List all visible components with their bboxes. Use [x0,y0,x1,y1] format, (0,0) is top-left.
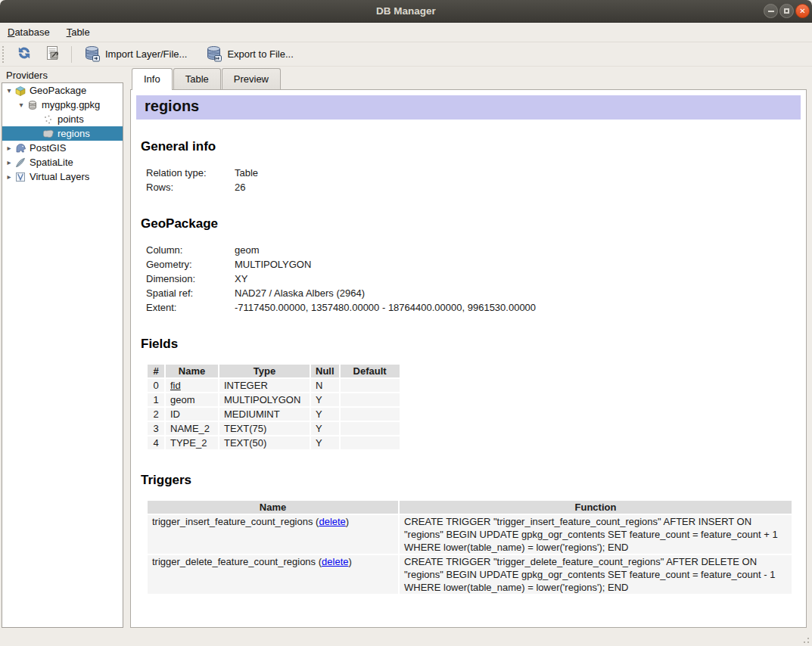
cell-null: Y [311,408,339,421]
column-header: Null [311,365,339,377]
minimize-icon [768,11,774,12]
maximize-icon [784,8,789,14]
expander-closed-icon[interactable]: ▸ [5,158,14,166]
import-database-icon [83,45,101,64]
table-row: trigger_insert_feature_count_regions (de… [148,515,792,554]
polygon-layer-icon [42,129,55,138]
table-row: 2 ID MEDIUMINT Y [148,408,400,421]
status-bar [0,629,812,646]
menu-database[interactable]: Database [8,26,50,38]
column-header: Name [166,365,218,377]
fields-heading: Fields [141,337,801,352]
tree-item-label: regions [55,128,90,139]
info-label: Extent: [146,300,235,315]
info-value: -7117450.00000, 1357480.00000 - 18764400… [235,300,536,315]
close-icon: ✕ [799,8,805,15]
cell-name: NAME_2 [166,422,218,435]
cell-default [341,379,400,392]
cell-type: MULTIPOLYGON [219,393,310,406]
cell-default [341,436,400,449]
tree-item-mygpkg[interactable]: ▾ mygpkg.gpkg [2,98,123,112]
tree-item-geopackage[interactable]: ▾ GeoPackage [2,83,123,98]
general-info-heading: General info [141,139,801,154]
trigger-name-cell: trigger_insert_feature_count_regions (de… [148,515,398,554]
cell-index: 0 [148,379,164,392]
maximize-button[interactable] [779,4,794,18]
tab-preview[interactable]: Preview [222,68,281,89]
export-file-button[interactable]: Export to File... [201,42,297,67]
cell-index: 4 [148,436,164,449]
import-layer-button[interactable]: Import Layer/File... [79,42,191,67]
tree-item-label: mygpkg.gpkg [39,99,100,110]
fields-table: # Name Type Null Default 0 fid INTEGER N… [146,363,401,451]
postgis-elephant-icon [14,142,27,154]
info-label: Column: [146,243,235,257]
tab-widget: Info Table Preview regions General info … [130,68,807,628]
toolbar: Import Layer/File... Export to File... [0,42,812,67]
info-row: Relation type: Table [146,166,258,180]
column-header: Default [341,365,400,377]
delete-trigger-link[interactable]: delete [322,556,348,567]
menu-table[interactable]: Table [67,26,90,38]
sql-window-button[interactable] [40,43,64,65]
menu-bar: Database Table [0,23,812,42]
geopackage-heading: GeoPackage [141,216,801,231]
sql-window-icon [45,45,60,63]
column-header: Function [400,501,792,514]
info-label: Relation type: [146,166,235,180]
refresh-icon [16,45,33,63]
window-title: DB Manager [0,0,812,23]
tree-item-virtual-layers[interactable]: ▸ Virtual Layers [2,169,123,184]
expander-open-icon[interactable]: ▾ [17,101,26,109]
cell-type: MEDIUMINT [219,408,310,421]
import-layer-label: Import Layer/File... [105,48,187,60]
cell-name-pk: fid [166,379,218,392]
expander-closed-icon[interactable]: ▸ [5,172,14,181]
tab-info[interactable]: Info [132,68,173,90]
export-file-label: Export to File... [227,48,293,60]
export-database-icon [205,45,222,64]
points-layer-icon [42,114,55,125]
tree-item-points[interactable]: points [2,112,123,126]
cell-null: Y [311,422,339,435]
info-row: Extent: -7117450.00000, 1357480.00000 - … [146,300,536,315]
tab-table[interactable]: Table [173,68,221,89]
general-info-table: Relation type: Table Rows: 26 [146,166,258,194]
refresh-button[interactable] [11,43,37,65]
info-row: Rows: 26 [146,180,258,194]
tree-item-regions[interactable]: regions [2,126,123,141]
tree-item-spatialite[interactable]: ▸ SpatiaLite [2,155,123,169]
providers-dock-title: Providers [6,70,48,81]
tree-item-postgis[interactable]: ▸ PostGIS [2,141,123,155]
triggers-table: Name Function trigger_insert_feature_cou… [146,499,793,595]
info-pane: regions General info Relation type: Tabl… [130,89,807,628]
toolbar-grip[interactable] [2,46,5,63]
trigger-function-cell: CREATE TRIGGER "trigger_insert_feature_c… [400,515,792,554]
expander-open-icon[interactable]: ▾ [5,86,14,95]
cell-default [341,408,400,421]
minimize-button[interactable] [764,4,778,18]
tree-item-label: points [55,113,84,125]
column-header: Type [219,365,310,377]
cell-name: geom [166,393,218,406]
trigger-function-cell: CREATE TRIGGER "trigger_delete_feature_c… [400,555,792,594]
close-button[interactable]: ✕ [795,4,810,18]
cell-type: TEXT(75) [219,422,310,435]
info-value: Table [235,166,258,180]
info-row: Spatial ref: NAD27 / Alaska Albers (2964… [146,286,536,300]
delete-trigger-link[interactable]: delete [319,516,345,527]
spatialite-feather-icon [14,157,27,168]
table-row: trigger_delete_feature_count_regions (de… [148,555,792,594]
cell-name: TYPE_2 [166,436,218,449]
geopackage-table: Column: geom Geometry: MULTIPOLYGON Dime… [146,243,536,315]
cell-index: 3 [148,422,164,435]
database-file-icon [26,100,39,110]
info-value: 26 [235,180,258,194]
info-row: Geometry: MULTIPOLYGON [146,257,536,272]
column-header: Name [148,501,398,514]
triggers-header-row: Name Function [148,501,792,514]
expander-closed-icon[interactable]: ▸ [5,144,14,152]
trigger-name-cell: trigger_delete_feature_count_regions (de… [148,555,398,594]
resize-grip[interactable] [802,636,810,644]
cell-null: Y [311,393,339,406]
